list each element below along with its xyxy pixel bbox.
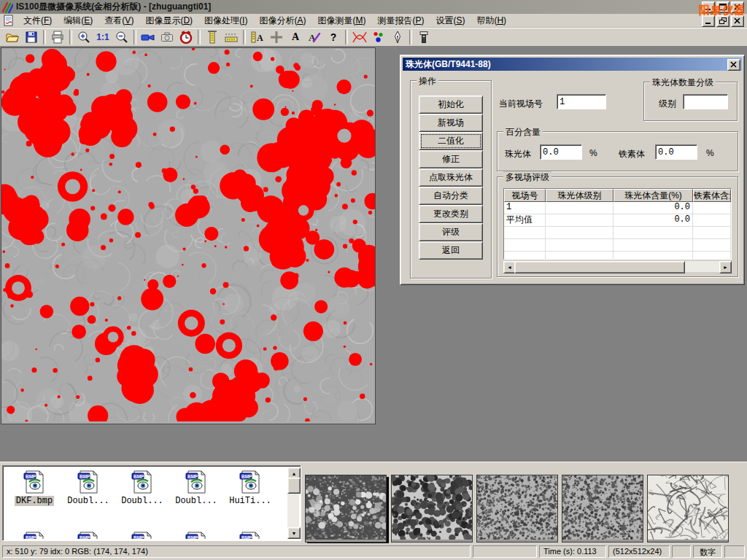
caliper-icon[interactable] [203,28,222,46]
new-field-button[interactable]: 新视场 [419,114,483,132]
timer-icon[interactable] [177,28,196,46]
dialog-title: 珠光体(GB/T9441-88) [406,58,491,71]
grading-group-label: 珠光体数量分级 [650,77,716,89]
table-horizontal-scrollbar[interactable]: ◄ ► [503,261,732,272]
micrograph-image[interactable] [1,48,375,421]
thumbnail-preview-1[interactable] [305,475,387,542]
rating-table: 视场号 珠光体级别 珠光体含量(%) 铁素体含量(%) 1 0.0 平均值 0.… [503,188,732,260]
menu-item-4[interactable]: 图像处理(I) [198,14,253,28]
print-icon[interactable] [48,28,67,46]
pick-pearlite-button[interactable]: 点取珠光体 [419,168,483,187]
rate-button[interactable]: 评级 [419,223,483,241]
svg-text:BMP: BMP [80,474,90,479]
menu-item-0[interactable]: 文件(F) [18,14,58,28]
minimize-button[interactable] [702,1,715,13]
binarize-button[interactable]: 二值化 [419,132,483,150]
svg-text:BMP: BMP [26,535,36,540]
bmp-file-icon: BMP [239,532,261,539]
dialog-close-button[interactable] [727,59,740,71]
thumbnail-preview-3[interactable] [476,475,558,542]
col-header-pearlite: 珠光体含量(%) [614,189,693,202]
bmp-file-icon: BMP [185,532,207,539]
col-header-ferrite: 铁素体含量(%) [693,189,731,202]
initialize-button[interactable]: 初始化 [419,96,483,114]
brush-tool-icon[interactable] [414,28,433,46]
return-button[interactable]: 返回 [419,241,483,260]
menu-item-6[interactable]: 图像测量(M) [311,14,371,28]
multi-field-group-label: 多视场评级 [503,171,551,184]
child-minimize-button[interactable] [702,15,715,27]
thumbnail-preview-5[interactable] [647,475,729,542]
dialog-title-bar: 珠光体(GB/T9441-88) [403,58,742,71]
status-panel-empty [672,545,691,558]
menu-item-2[interactable]: 查看(V) [98,14,139,28]
menu-item-1[interactable]: 编辑(E) [58,14,98,28]
color-classify-icon[interactable] [369,28,388,46]
file-item[interactable]: BMP [61,532,115,539]
file-list-scrollbar[interactable]: ▲ ▼ [287,467,299,539]
svg-text:BMP: BMP [241,535,252,540]
table-row-empty [504,252,731,260]
measure-label-icon[interactable]: A [248,28,267,46]
auto-classify-button[interactable]: 自动分类 [419,187,483,205]
curve-tool-icon[interactable] [350,28,369,46]
toolbar-separator [43,30,46,44]
file-item[interactable]: BMP Doubl... [61,470,115,532]
pearlite-percent-input[interactable] [540,144,582,160]
text-annotation-icon[interactable]: A [286,28,305,46]
actual-size-icon[interactable]: 1:1 [93,28,112,46]
maximize-button[interactable] [716,1,729,13]
file-item[interactable]: BMP DKF.bmp [7,470,61,532]
toolbar-separator [198,30,201,44]
table-row-empty [504,239,731,252]
text-edit-icon[interactable]: A [305,28,324,46]
close-button[interactable] [731,1,744,13]
video-capture-icon[interactable] [139,28,158,46]
child-close-button[interactable] [731,15,744,27]
change-category-button[interactable]: 更改类别 [419,205,483,223]
current-field-input[interactable] [557,94,606,109]
file-item[interactable]: BMP HuiTi... [223,470,277,532]
scrollbar-thumb[interactable] [514,261,685,273]
zoom-out-icon[interactable] [112,28,131,46]
scroll-right-icon[interactable]: ► [719,261,732,273]
cursor-position-status: x: 510 y: 79 idx: 0 RGB: (174, 174, 174) [2,545,471,558]
scrollbar-thumb[interactable] [287,478,301,494]
menu-item-7[interactable]: 测量报告(P) [371,14,430,28]
save-icon[interactable] [22,28,41,46]
file-item[interactable]: BMP Doubl... [115,470,169,532]
menu-item-5[interactable]: 图像分析(A) [253,14,311,28]
svg-text:BMP: BMP [26,474,36,479]
file-name: Doubl... [66,496,111,506]
menu-item-9[interactable]: 帮助(H) [471,14,512,28]
ferrite-percent-input[interactable] [655,144,697,160]
thumbnail-preview-2[interactable] [391,475,473,542]
file-item[interactable]: BMP [7,532,61,539]
zoom-in-icon[interactable] [74,28,93,46]
grade-input[interactable] [683,94,728,109]
ruler-icon[interactable] [222,28,241,46]
table-row[interactable]: 平均值 0.0 [504,214,731,227]
scroll-down-icon[interactable]: ▼ [287,527,301,539]
open-file-icon[interactable] [3,28,22,46]
child-restore-button[interactable] [716,15,729,27]
bmp-file-icon: BMP [77,470,99,494]
help-icon[interactable]: ? [324,28,343,46]
camera-capture-icon[interactable] [158,28,177,46]
correct-button[interactable]: 修正 [419,150,483,168]
file-item[interactable]: BMP [169,532,223,539]
file-item[interactable]: BMP Doubl... [169,470,223,532]
menu-item-8[interactable]: 设置(S) [430,14,471,28]
move-cross-icon[interactable] [267,28,286,46]
multi-field-group: 多视场评级 视场号 珠光体级别 珠光体含量(%) 铁素体含量(%) 1 0.0 … [497,176,738,277]
bmp-file-icon: BMP [23,532,45,539]
table-row[interactable]: 1 0.0 [504,202,731,214]
file-name: Doubl... [174,496,219,506]
pen-tool-icon[interactable] [388,28,407,46]
file-item[interactable]: BMP [223,532,277,539]
bmp-file-icon: BMP [77,532,99,539]
file-item[interactable]: BMP [115,532,169,539]
menu-item-3[interactable]: 图像显示(D) [139,14,198,28]
thumbnail-preview-4[interactable] [562,475,643,542]
toolbar-separator [69,30,72,44]
